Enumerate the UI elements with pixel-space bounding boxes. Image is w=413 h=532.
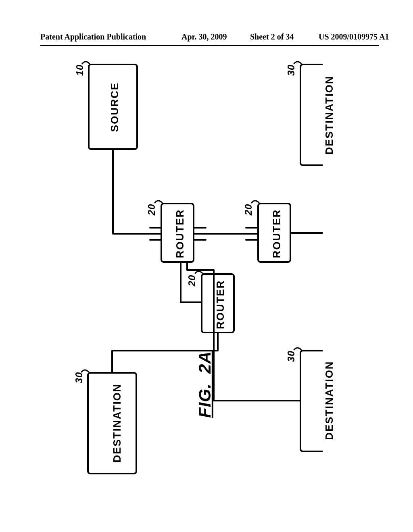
link-source-routerA <box>113 149 161 234</box>
box-dest-top <box>300 64 323 165</box>
leader-routerB <box>195 271 202 273</box>
page-header: Patent Application Publication Apr. 30, … <box>0 32 413 44</box>
figure-2a: SOURCE ROUTER ROUTER ROUTER DESTINATION … <box>77 60 323 480</box>
ref-router-a: 20 <box>146 204 157 216</box>
publication-label: Patent Application Publication <box>40 32 146 42</box>
label-router-c: ROUTER <box>271 209 283 258</box>
label-dest-right: DESTINATION <box>323 361 336 440</box>
ref-dest-left: 30 <box>73 372 85 384</box>
leader-destTop <box>294 62 301 64</box>
ref-source: 10 <box>74 64 86 76</box>
leader-routerC <box>252 201 259 203</box>
label-source: SOURCE <box>108 82 121 132</box>
leader-source <box>82 62 90 64</box>
page-root: { "header": { "publication_label": "Pate… <box>0 0 413 532</box>
leader-routerA <box>155 201 162 203</box>
header-rule <box>40 45 379 46</box>
sheet-number: Sheet 2 of 34 <box>250 32 294 42</box>
label-router-b: ROUTER <box>214 280 227 329</box>
ref-dest-right: 30 <box>286 351 297 362</box>
figure-caption: FIG._2A <box>195 351 215 418</box>
ref-router-c: 20 <box>243 204 254 216</box>
label-dest-top: DESTINATION <box>323 75 336 154</box>
ref-router-b: 20 <box>186 275 198 287</box>
box-dest-right <box>300 351 323 451</box>
leader-destRight <box>294 348 301 350</box>
publication-number: US 2009/0109975 A1 <box>319 32 389 42</box>
label-dest-left: DESTINATION <box>111 383 123 462</box>
link-routerC-destTop <box>290 165 323 233</box>
ref-dest-top: 30 <box>286 64 297 76</box>
label-router-a: ROUTER <box>174 209 186 258</box>
publication-date: Apr. 30, 2009 <box>181 32 227 42</box>
